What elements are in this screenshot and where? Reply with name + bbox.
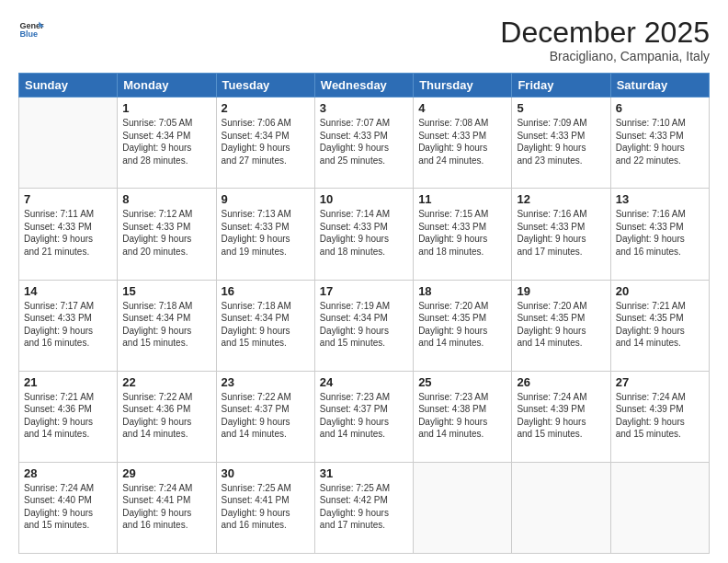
location: Bracigliano, Campania, Italy bbox=[500, 49, 710, 63]
day-number: 6 bbox=[616, 101, 704, 115]
weekday-header-friday: Friday bbox=[512, 74, 610, 98]
calendar-cell: 31Sunrise: 7:25 AM Sunset: 4:42 PM Dayli… bbox=[314, 462, 413, 553]
day-number: 30 bbox=[222, 466, 310, 480]
day-info: Sunrise: 7:18 AM Sunset: 4:34 PM Dayligh… bbox=[122, 300, 210, 350]
day-info: Sunrise: 7:07 AM Sunset: 4:33 PM Dayligh… bbox=[320, 117, 408, 167]
day-number: 8 bbox=[122, 192, 210, 206]
calendar-cell: 22Sunrise: 7:22 AM Sunset: 4:36 PM Dayli… bbox=[118, 371, 216, 462]
day-info: Sunrise: 7:17 AM Sunset: 4:33 PM Dayligh… bbox=[24, 300, 112, 350]
weekday-header-thursday: Thursday bbox=[414, 74, 512, 98]
calendar-cell: 21Sunrise: 7:21 AM Sunset: 4:36 PM Dayli… bbox=[19, 371, 118, 462]
day-number: 15 bbox=[122, 284, 210, 298]
day-info: Sunrise: 7:22 AM Sunset: 4:36 PM Dayligh… bbox=[122, 391, 210, 441]
day-info: Sunrise: 7:08 AM Sunset: 4:33 PM Dayligh… bbox=[418, 117, 506, 167]
calendar-cell bbox=[512, 462, 610, 553]
day-info: Sunrise: 7:25 AM Sunset: 4:42 PM Dayligh… bbox=[320, 482, 408, 532]
header: General Blue December 2025 Bracigliano, … bbox=[18, 17, 710, 63]
day-number: 2 bbox=[222, 101, 310, 115]
calendar-cell: 7Sunrise: 7:11 AM Sunset: 4:33 PM Daylig… bbox=[19, 189, 118, 280]
day-info: Sunrise: 7:15 AM Sunset: 4:33 PM Dayligh… bbox=[418, 208, 506, 258]
calendar-cell: 10Sunrise: 7:14 AM Sunset: 4:33 PM Dayli… bbox=[314, 189, 413, 280]
day-info: Sunrise: 7:24 AM Sunset: 4:39 PM Dayligh… bbox=[616, 391, 704, 441]
day-number: 25 bbox=[418, 375, 506, 389]
day-number: 29 bbox=[122, 466, 210, 480]
calendar-cell: 13Sunrise: 7:16 AM Sunset: 4:33 PM Dayli… bbox=[610, 189, 709, 280]
month-title: December 2025 bbox=[500, 17, 710, 49]
day-info: Sunrise: 7:16 AM Sunset: 4:33 PM Dayligh… bbox=[616, 208, 704, 258]
day-number: 18 bbox=[418, 284, 506, 298]
calendar-cell bbox=[414, 462, 512, 553]
day-number: 31 bbox=[320, 466, 408, 480]
day-number: 17 bbox=[320, 284, 408, 298]
day-number: 12 bbox=[517, 192, 605, 206]
day-info: Sunrise: 7:25 AM Sunset: 4:41 PM Dayligh… bbox=[222, 482, 310, 532]
calendar-cell bbox=[19, 98, 118, 189]
day-info: Sunrise: 7:21 AM Sunset: 4:36 PM Dayligh… bbox=[24, 391, 112, 441]
day-number: 11 bbox=[418, 192, 506, 206]
day-number: 3 bbox=[320, 101, 408, 115]
day-number: 23 bbox=[222, 375, 310, 389]
logo-icon: General Blue bbox=[18, 17, 44, 42]
day-number: 28 bbox=[24, 466, 112, 480]
day-info: Sunrise: 7:23 AM Sunset: 4:37 PM Dayligh… bbox=[320, 391, 408, 441]
day-info: Sunrise: 7:10 AM Sunset: 4:33 PM Dayligh… bbox=[616, 117, 704, 167]
day-number: 9 bbox=[222, 192, 310, 206]
day-info: Sunrise: 7:24 AM Sunset: 4:40 PM Dayligh… bbox=[24, 482, 112, 532]
page: General Blue December 2025 Bracigliano, … bbox=[0, 0, 728, 563]
title-block: December 2025 Bracigliano, Campania, Ita… bbox=[500, 17, 710, 63]
day-number: 14 bbox=[24, 284, 112, 298]
day-info: Sunrise: 7:19 AM Sunset: 4:34 PM Dayligh… bbox=[320, 300, 408, 350]
day-number: 1 bbox=[122, 101, 210, 115]
calendar-cell: 27Sunrise: 7:24 AM Sunset: 4:39 PM Dayli… bbox=[610, 371, 709, 462]
day-number: 16 bbox=[222, 284, 310, 298]
calendar-cell: 19Sunrise: 7:20 AM Sunset: 4:35 PM Dayli… bbox=[512, 280, 610, 371]
calendar-cell: 30Sunrise: 7:25 AM Sunset: 4:41 PM Dayli… bbox=[216, 462, 314, 553]
calendar-cell: 12Sunrise: 7:16 AM Sunset: 4:33 PM Dayli… bbox=[512, 189, 610, 280]
day-info: Sunrise: 7:11 AM Sunset: 4:33 PM Dayligh… bbox=[24, 208, 112, 258]
day-number: 24 bbox=[320, 375, 408, 389]
calendar-week-row: 21Sunrise: 7:21 AM Sunset: 4:36 PM Dayli… bbox=[19, 371, 710, 462]
calendar-cell: 29Sunrise: 7:24 AM Sunset: 4:41 PM Dayli… bbox=[118, 462, 216, 553]
calendar-cell: 25Sunrise: 7:23 AM Sunset: 4:38 PM Dayli… bbox=[414, 371, 512, 462]
calendar-cell: 6Sunrise: 7:10 AM Sunset: 4:33 PM Daylig… bbox=[610, 98, 709, 189]
logo: General Blue bbox=[18, 17, 44, 42]
day-info: Sunrise: 7:22 AM Sunset: 4:37 PM Dayligh… bbox=[222, 391, 310, 441]
calendar-cell: 14Sunrise: 7:17 AM Sunset: 4:33 PM Dayli… bbox=[19, 280, 118, 371]
day-number: 10 bbox=[320, 192, 408, 206]
day-number: 19 bbox=[517, 284, 605, 298]
day-info: Sunrise: 7:06 AM Sunset: 4:34 PM Dayligh… bbox=[222, 117, 310, 167]
day-number: 27 bbox=[616, 375, 704, 389]
calendar-table: SundayMondayTuesdayWednesdayThursdayFrid… bbox=[18, 73, 710, 554]
day-number: 20 bbox=[616, 284, 704, 298]
weekday-header-saturday: Saturday bbox=[610, 74, 709, 98]
day-info: Sunrise: 7:14 AM Sunset: 4:33 PM Dayligh… bbox=[320, 208, 408, 258]
calendar-week-row: 7Sunrise: 7:11 AM Sunset: 4:33 PM Daylig… bbox=[19, 189, 710, 280]
day-number: 4 bbox=[418, 101, 506, 115]
weekday-header-tuesday: Tuesday bbox=[216, 74, 314, 98]
calendar-cell: 3Sunrise: 7:07 AM Sunset: 4:33 PM Daylig… bbox=[314, 98, 413, 189]
calendar-cell: 5Sunrise: 7:09 AM Sunset: 4:33 PM Daylig… bbox=[512, 98, 610, 189]
calendar-cell: 17Sunrise: 7:19 AM Sunset: 4:34 PM Dayli… bbox=[314, 280, 413, 371]
calendar-cell: 8Sunrise: 7:12 AM Sunset: 4:33 PM Daylig… bbox=[118, 189, 216, 280]
calendar-cell: 24Sunrise: 7:23 AM Sunset: 4:37 PM Dayli… bbox=[314, 371, 413, 462]
day-info: Sunrise: 7:18 AM Sunset: 4:34 PM Dayligh… bbox=[222, 300, 310, 350]
calendar-cell: 28Sunrise: 7:24 AM Sunset: 4:40 PM Dayli… bbox=[19, 462, 118, 553]
calendar-cell: 26Sunrise: 7:24 AM Sunset: 4:39 PM Dayli… bbox=[512, 371, 610, 462]
day-number: 13 bbox=[616, 192, 704, 206]
calendar-cell: 9Sunrise: 7:13 AM Sunset: 4:33 PM Daylig… bbox=[216, 189, 314, 280]
day-number: 22 bbox=[122, 375, 210, 389]
calendar-cell: 11Sunrise: 7:15 AM Sunset: 4:33 PM Dayli… bbox=[414, 189, 512, 280]
weekday-header-sunday: Sunday bbox=[19, 74, 118, 98]
weekday-header-monday: Monday bbox=[118, 74, 216, 98]
calendar-week-row: 14Sunrise: 7:17 AM Sunset: 4:33 PM Dayli… bbox=[19, 280, 710, 371]
day-number: 5 bbox=[517, 101, 605, 115]
calendar-cell: 4Sunrise: 7:08 AM Sunset: 4:33 PM Daylig… bbox=[414, 98, 512, 189]
day-info: Sunrise: 7:20 AM Sunset: 4:35 PM Dayligh… bbox=[418, 300, 506, 350]
calendar-cell: 20Sunrise: 7:21 AM Sunset: 4:35 PM Dayli… bbox=[610, 280, 709, 371]
day-info: Sunrise: 7:21 AM Sunset: 4:35 PM Dayligh… bbox=[616, 300, 704, 350]
day-info: Sunrise: 7:20 AM Sunset: 4:35 PM Dayligh… bbox=[517, 300, 605, 350]
calendar-cell: 18Sunrise: 7:20 AM Sunset: 4:35 PM Dayli… bbox=[414, 280, 512, 371]
day-info: Sunrise: 7:23 AM Sunset: 4:38 PM Dayligh… bbox=[418, 391, 506, 441]
day-number: 7 bbox=[24, 192, 112, 206]
calendar-week-row: 28Sunrise: 7:24 AM Sunset: 4:40 PM Dayli… bbox=[19, 462, 710, 553]
